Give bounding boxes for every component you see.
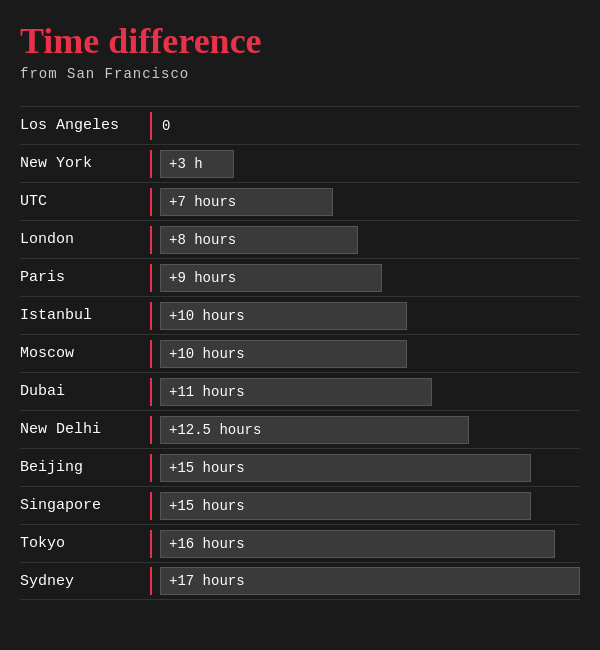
city-label: Singapore (20, 497, 150, 514)
bar: +8 hours (160, 226, 358, 254)
bar: +9 hours (160, 264, 382, 292)
bar-container: +3 h (150, 150, 580, 178)
page-title: Time difference (20, 20, 580, 62)
bar: +10 hours (160, 302, 407, 330)
city-label: Paris (20, 269, 150, 286)
bar-container: +8 hours (150, 226, 580, 254)
city-label: UTC (20, 193, 150, 210)
bar: +7 hours (160, 188, 333, 216)
bar-container: +10 hours (150, 302, 580, 330)
city-label: Istanbul (20, 307, 150, 324)
bar-container: +17 hours (150, 567, 580, 595)
city-label: Dubai (20, 383, 150, 400)
bar: +10 hours (160, 340, 407, 368)
bar: 0 (160, 112, 170, 140)
chart-area: Los Angeles0New York+3 hUTC+7 hoursLondo… (20, 106, 580, 600)
bar: +17 hours (160, 567, 580, 595)
bar-container: +16 hours (150, 530, 580, 558)
city-label: Los Angeles (20, 117, 150, 134)
table-row: Dubai+11 hours (20, 372, 580, 410)
city-label: Sydney (20, 573, 150, 590)
bar: +11 hours (160, 378, 432, 406)
bar-container: +9 hours (150, 264, 580, 292)
table-row: New Delhi+12.5 hours (20, 410, 580, 448)
bar-container: +12.5 hours (150, 416, 580, 444)
table-row: Singapore+15 hours (20, 486, 580, 524)
bar: +3 h (160, 150, 234, 178)
table-row: Tokyo+16 hours (20, 524, 580, 562)
table-row: Istanbul+10 hours (20, 296, 580, 334)
table-row: Moscow+10 hours (20, 334, 580, 372)
table-row: UTC+7 hours (20, 182, 580, 220)
bar: +16 hours (160, 530, 555, 558)
city-label: Moscow (20, 345, 150, 362)
bar-container: +7 hours (150, 188, 580, 216)
bar: +15 hours (160, 492, 531, 520)
table-row: London+8 hours (20, 220, 580, 258)
bar-container: 0 (150, 112, 580, 140)
bar-container: +15 hours (150, 492, 580, 520)
bar-container: +11 hours (150, 378, 580, 406)
table-row: Los Angeles0 (20, 106, 580, 144)
city-label: New York (20, 155, 150, 172)
city-label: New Delhi (20, 421, 150, 438)
table-row: Sydney+17 hours (20, 562, 580, 600)
bar-container: +10 hours (150, 340, 580, 368)
city-label: Beijing (20, 459, 150, 476)
bar-container: +15 hours (150, 454, 580, 482)
bar: +15 hours (160, 454, 531, 482)
city-label: Tokyo (20, 535, 150, 552)
table-row: Beijing+15 hours (20, 448, 580, 486)
bar: +12.5 hours (160, 416, 469, 444)
table-row: New York+3 h (20, 144, 580, 182)
page-subtitle: from San Francisco (20, 66, 580, 82)
table-row: Paris+9 hours (20, 258, 580, 296)
city-label: London (20, 231, 150, 248)
